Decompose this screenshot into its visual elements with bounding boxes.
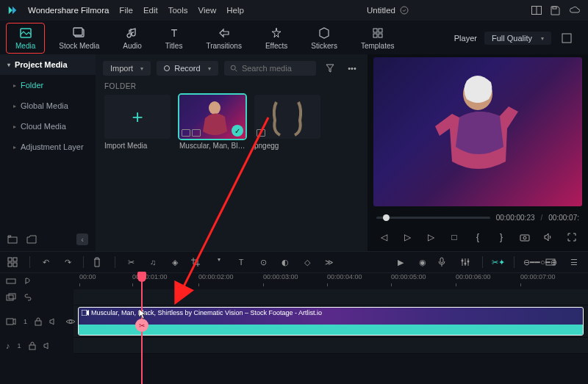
tool-mic[interactable] <box>438 257 451 267</box>
svg-rect-11 <box>379 34 382 37</box>
tool-color[interactable]: ◐ <box>279 258 292 267</box>
svg-rect-23 <box>13 263 17 267</box>
document-title-area[interactable]: Untitled <box>367 6 409 15</box>
sync-status-icon <box>400 6 409 15</box>
tab-stock-media[interactable]: Stock Media <box>49 23 109 54</box>
new-folder-icon[interactable] <box>26 235 37 244</box>
sidebar: Project Media Folder Global Media Cloud … <box>0 54 96 251</box>
next-frame-button[interactable]: ▷ <box>399 229 415 245</box>
mark-in-button[interactable]: { <box>470 229 486 245</box>
track-header-overlay[interactable] <box>0 289 74 305</box>
volume-button[interactable] <box>540 229 556 245</box>
visibility-icon[interactable] <box>65 318 76 325</box>
document-title: Untitled <box>367 6 395 15</box>
import-media-tile[interactable]: + Import Media <box>104 95 171 150</box>
sidebar-item-cloud-media[interactable]: Cloud Media <box>0 116 96 137</box>
menu-file[interactable]: File <box>119 6 133 15</box>
clip-audio-waveform <box>79 325 583 335</box>
tool-speed[interactable]: ⊙ <box>257 258 270 267</box>
tool-crop[interactable] <box>190 257 204 267</box>
tool-record-vo[interactable]: ◉ <box>416 258 429 267</box>
tool-zoom-fit[interactable] <box>545 258 559 266</box>
tool-list-icon[interactable]: ☰ <box>567 258 581 267</box>
sidebar-collapse-button[interactable]: ‹ <box>76 233 88 245</box>
tool-manage-tracks[interactable] <box>7 257 21 267</box>
sidebar-item-adjustment-layer[interactable]: Adjustment Layer <box>0 137 96 157</box>
svg-rect-8 <box>373 29 377 32</box>
prev-frame-button[interactable]: ◁ <box>376 229 392 245</box>
media-item-image[interactable]: pngegg <box>254 95 320 150</box>
tool-mixer[interactable] <box>460 258 473 267</box>
timeline-clip[interactable]: Muscular, Man, Black, Shirtless by Cinem… <box>78 307 584 336</box>
tool-render[interactable]: ▶ <box>394 258 407 267</box>
tab-effects[interactable]: Effects <box>256 23 297 54</box>
preview-viewport[interactable] <box>373 57 582 206</box>
overlay-track[interactable] <box>74 289 588 305</box>
tool-marker[interactable]: ◈ <box>168 258 182 267</box>
sidebar-item-folder[interactable]: Folder <box>0 75 96 95</box>
import-dropdown[interactable]: Import <box>103 61 151 76</box>
mute-icon[interactable] <box>43 342 52 349</box>
svg-rect-21 <box>13 258 17 261</box>
playhead[interactable]: ✂ <box>141 273 143 384</box>
lock-icon[interactable] <box>35 317 42 326</box>
tab-media[interactable]: Media <box>6 23 45 54</box>
tool-smart-edit[interactable]: ✂✦ <box>492 258 505 267</box>
cloud-icon[interactable] <box>569 6 581 15</box>
filter-icon[interactable] <box>322 60 338 76</box>
link-icon[interactable] <box>24 293 32 302</box>
tab-titles[interactable]: T Titles <box>156 23 193 54</box>
mute-icon[interactable] <box>49 318 58 325</box>
tool-undo[interactable]: ↶ <box>39 258 52 267</box>
svg-point-14 <box>231 65 235 70</box>
audio-track-1[interactable] <box>74 338 588 354</box>
playhead-split-icon[interactable]: ✂ <box>135 319 148 332</box>
tool-redo[interactable]: ↷ <box>61 258 74 267</box>
layout-icon[interactable] <box>531 6 542 15</box>
menu-tools[interactable]: Tools <box>168 6 188 15</box>
track-header-audio1[interactable]: ♪ 1 <box>0 338 74 354</box>
clip-video-icon <box>82 310 89 316</box>
svg-point-29 <box>465 263 467 265</box>
tool-delete[interactable] <box>93 257 106 267</box>
sidebar-header[interactable]: Project Media <box>0 54 96 75</box>
search-input[interactable] <box>242 64 310 73</box>
tab-templates[interactable]: Templates <box>351 23 404 54</box>
player-quality-dropdown[interactable]: Full Quality <box>484 32 551 45</box>
tool-zoom-slider[interactable]: ⊖━━○━⊕ <box>523 258 537 267</box>
lock-icon[interactable] <box>29 341 36 350</box>
tab-stickers[interactable]: Stickers <box>301 23 347 54</box>
tool-keyframe[interactable]: ◇ <box>301 258 314 267</box>
player-settings-icon[interactable] <box>559 30 575 46</box>
tool-split[interactable]: ✂ <box>124 258 137 267</box>
more-icon[interactable]: ••• <box>344 60 360 76</box>
menu-view[interactable]: View <box>198 6 217 15</box>
record-icon <box>164 65 170 71</box>
mark-out-button[interactable]: } <box>493 229 509 245</box>
timeline-ruler[interactable]: 00:00 00:00:01:00 00:00:02:00 00:00:03:0… <box>74 273 588 288</box>
track-header-video1[interactable]: 1 <box>0 305 74 338</box>
media-browser: Import Record ••• FOLDER + Import Media … <box>96 54 368 251</box>
new-bin-icon[interactable] <box>7 235 18 244</box>
video-track-1[interactable]: Muscular, Man, Black, Shirtless by Cinem… <box>74 305 588 338</box>
menu-edit[interactable]: Edit <box>143 6 158 15</box>
menu-help[interactable]: Help <box>226 6 244 15</box>
fullscreen-button[interactable] <box>564 229 580 245</box>
media-item-video[interactable]: ✓ Muscular, Man, Black,... <box>179 95 245 150</box>
tab-audio[interactable]: Audio <box>113 23 151 54</box>
play-button[interactable]: ▷ <box>423 229 439 245</box>
sidebar-item-global-media[interactable]: Global Media <box>0 95 96 116</box>
search-media[interactable] <box>224 61 316 76</box>
tool-more[interactable]: ≫ <box>323 258 336 267</box>
plus-icon: + <box>132 106 143 128</box>
preview-scrubber[interactable] <box>376 217 490 219</box>
tool-music-beat[interactable]: ♫ <box>146 258 159 267</box>
ruler-options[interactable] <box>0 273 74 289</box>
save-icon[interactable] <box>551 6 560 15</box>
stop-button[interactable]: □ <box>446 229 462 245</box>
tab-transitions[interactable]: Transitions <box>196 23 251 54</box>
tool-text[interactable]: T <box>234 258 248 267</box>
record-dropdown[interactable]: Record <box>157 61 218 76</box>
snapshot-button[interactable] <box>517 229 533 245</box>
svg-rect-38 <box>29 345 35 349</box>
